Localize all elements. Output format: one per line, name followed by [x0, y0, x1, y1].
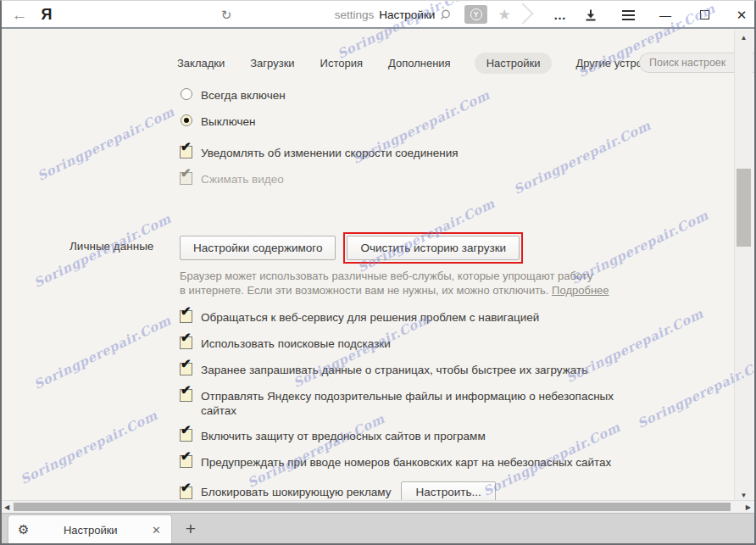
checkbox-row-compress-video: ✔ Сжимать видео	[180, 172, 284, 186]
vertical-scrollbar-thumb[interactable]	[737, 169, 751, 247]
checkmark-icon: ✔	[181, 383, 192, 396]
menu-icon[interactable]	[617, 1, 639, 29]
checkbox-row-send-suspicious-files[interactable]: ✔ Отправлять Яндексу подозрительные файл…	[180, 389, 646, 418]
personal-data-section-label: Личные данные	[69, 239, 153, 253]
checkbox-row-malware-protection[interactable]: ✔ Включить защиту от вредоносных сайтов …	[180, 429, 486, 443]
radio-label: Всегда включен	[201, 88, 286, 103]
highlight-red-box: Очистить историю загрузки	[343, 232, 523, 264]
settings-nav: Закладки Загрузки История Дополнения Нас…	[175, 50, 673, 75]
tab-settings[interactable]: Настройки	[475, 53, 553, 74]
tab-history[interactable]: История	[319, 53, 364, 74]
checkbox-checked-disabled: ✔	[180, 172, 192, 185]
radio-row-off[interactable]: Выключен	[181, 114, 255, 129]
checkbox-row-notify-speed[interactable]: ✔ Уведомлять об изменении скорости соеди…	[180, 146, 459, 160]
active-browser-tab[interactable]: ⚙ Настройки ✕	[8, 515, 171, 544]
addressbar-endcap	[512, 3, 533, 24]
bookmark-star-icon[interactable]: ★	[493, 1, 515, 29]
personal-data-buttons: Настройки содержимого Очистить историю з…	[180, 232, 523, 264]
url-prefix: settings	[335, 8, 375, 21]
radio-unselected[interactable]	[181, 88, 192, 100]
address-bar[interactable]: settings Настройки	[317, 1, 453, 29]
reload-icon[interactable]: ↻	[215, 1, 237, 29]
protect-badge-icon[interactable]: Y	[464, 5, 487, 24]
checkbox-checked[interactable]: ✔	[180, 310, 192, 323]
checkbox-checked[interactable]: ✔	[180, 363, 192, 375]
checkmark-icon: ✔	[181, 481, 192, 493]
checkmark-icon: ✔	[181, 449, 192, 462]
radio-label: Выключен	[201, 114, 255, 129]
url-page-title: Настройки	[379, 8, 435, 21]
close-tab-icon[interactable]: ✕	[152, 524, 161, 537]
horizontal-scrollbar[interactable]: ◀ ▶	[2, 500, 754, 513]
watermark: Soringperepair.Com	[511, 118, 653, 197]
minimize-button[interactable]: —	[651, 1, 680, 29]
radio-selected[interactable]	[181, 114, 192, 126]
content-settings-button[interactable]: Настройки содержимого	[180, 236, 336, 260]
horizontal-scrollbar-thumb[interactable]	[14, 503, 731, 511]
vertical-scrollbar[interactable]: ▲ ▼	[734, 31, 753, 503]
checkbox-row-bank-card-warning[interactable]: ✔ Предупреждать при вводе номеров банков…	[180, 455, 611, 470]
checkmark-icon: ✔	[181, 140, 192, 153]
checkbox-checked[interactable]: ✔	[180, 455, 192, 468]
checkmark-icon: ✔	[181, 423, 192, 436]
browser-window: ← Я ↻ settings Настройки Y ★ … — ✕ Закла…	[0, 0, 756, 545]
checkmark-icon: ✔	[181, 331, 192, 343]
scroll-up-icon[interactable]: ▲	[735, 34, 753, 42]
checkbox-row-search-suggestions[interactable]: ✔ Использовать поисковые подсказки	[180, 336, 391, 351]
watermark: Soringperepair.Com	[245, 411, 387, 491]
checkbox-checked[interactable]: ✔	[180, 487, 192, 499]
yandex-logo[interactable]: Я	[36, 1, 58, 29]
checkbox-checked[interactable]: ✔	[180, 389, 192, 402]
clear-download-history-button[interactable]: Очистить историю загрузки	[347, 236, 520, 260]
checkbox-checked[interactable]: ✔	[180, 146, 192, 158]
web-services-description: Браузер может использовать различные веб…	[180, 270, 671, 298]
checkbox-label: Уведомлять об изменении скорости соедине…	[201, 146, 459, 160]
watermark: Soringperepair.Com	[18, 408, 160, 487]
scroll-right-icon[interactable]: ▶	[746, 503, 751, 511]
new-tab-button[interactable]: +	[178, 516, 203, 542]
checkbox-row-prefetch-pages[interactable]: ✔ Заранее запрашивать данные о страницах…	[180, 363, 587, 377]
radio-row-always-on[interactable]: Всегда включен	[181, 88, 286, 103]
checkmark-icon: ✔	[181, 357, 192, 370]
checkmark-icon: ✔	[181, 304, 192, 317]
tab-addons[interactable]: Дополнения	[386, 53, 453, 74]
checkbox-checked[interactable]: ✔	[180, 336, 192, 349]
tab-bookmarks[interactable]: Закладки	[175, 53, 226, 74]
search-icon[interactable]	[436, 1, 458, 29]
checkbox-checked[interactable]: ✔	[180, 429, 192, 442]
bottom-tab-bar: ⚙ Настройки ✕ +	[2, 513, 754, 543]
scroll-down-icon[interactable]: ▼	[735, 492, 753, 499]
watermark: Soringperepair.Com	[35, 104, 177, 184]
scroll-left-icon[interactable]: ◀	[4, 503, 9, 511]
checkbox-label: Сжимать видео	[201, 172, 284, 186]
protect-letter: Y	[470, 8, 482, 20]
checkmark-icon: ✔	[181, 166, 192, 179]
more-icon[interactable]: …	[548, 1, 573, 29]
gear-icon: ⚙	[18, 522, 29, 537]
download-icon[interactable]	[580, 1, 602, 29]
tab-downloads[interactable]: Загрузки	[248, 53, 296, 74]
browser-toolbar: ← Я ↻ settings Настройки Y ★ … — ✕	[2, 1, 754, 29]
back-icon[interactable]: ←	[7, 1, 32, 29]
close-window-button[interactable]: ✕	[727, 1, 756, 29]
more-link[interactable]: Подробнее	[552, 284, 609, 297]
watermark: Soringperepair.Com	[31, 313, 174, 392]
maximize-button[interactable]	[690, 1, 719, 29]
tab-title: Настройки	[29, 524, 152, 537]
checkbox-row-web-service-navigation[interactable]: ✔ Обращаться к веб-сервису для решения п…	[180, 310, 539, 325]
